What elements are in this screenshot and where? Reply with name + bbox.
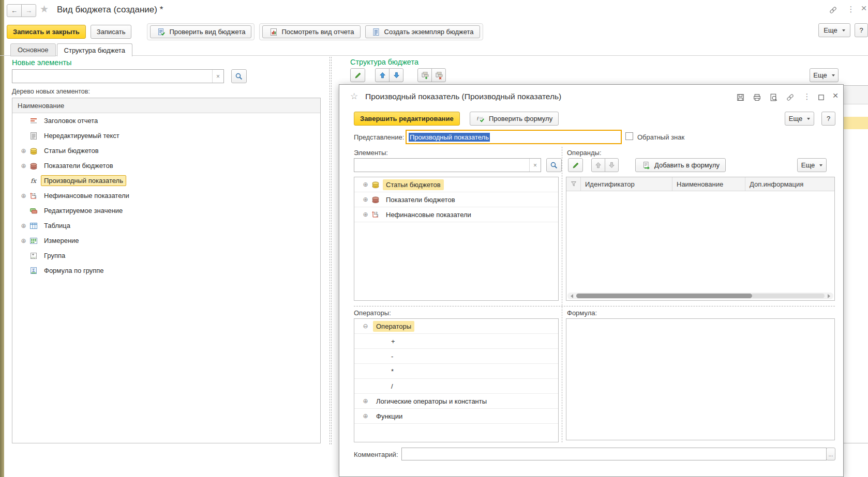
operand-up-button[interactable] (591, 158, 605, 172)
tree-row[interactable]: ⊕ Измерение (12, 233, 320, 248)
clear-search-icon[interactable]: × (212, 70, 223, 83)
pencil-icon (571, 161, 580, 170)
expand-icon[interactable]: ⊕ (361, 211, 370, 218)
elements-search-input[interactable] (354, 159, 541, 172)
tree-header[interactable]: Наименование (12, 98, 320, 113)
dialog-maximize-icon[interactable] (816, 92, 826, 102)
tree-row-selected[interactable]: ⊖ Операторы (354, 319, 558, 334)
tree-row-selected[interactable]: fx Производный показатель (12, 173, 320, 188)
add-to-formula-button[interactable]: Добавить в формулу (635, 158, 726, 172)
tree-row[interactable]: Редактируемое значение (12, 203, 320, 218)
tree-row[interactable]: ⊕ Таблица (12, 218, 320, 233)
expand-icon[interactable]: ⊕ (19, 148, 28, 154)
expand-icon[interactable]: ⊕ (19, 193, 28, 199)
favorite-star-icon[interactable]: ★ (40, 3, 49, 15)
get-link-icon[interactable] (828, 5, 838, 15)
tree-row-selected[interactable]: ⊕ Статьи бюджетов (354, 177, 558, 192)
expand-all-button[interactable] (417, 68, 432, 82)
command-bar: Записать и закрыть Записать Проверить ви… (7, 23, 483, 40)
expand-icon[interactable]: ⊕ (361, 196, 370, 203)
operands-edit-button[interactable] (568, 158, 583, 172)
dialog-menu-icon[interactable]: ⋮ (803, 91, 811, 102)
save-button[interactable]: Записать (91, 25, 132, 39)
new-elements-search-input[interactable] (12, 70, 223, 83)
tree-row[interactable]: / (354, 379, 558, 394)
tree-row[interactable]: Заголовок отчета (12, 113, 320, 128)
dialog-close-icon[interactable]: × (831, 90, 840, 101)
expand-icon[interactable]: ⊕ (19, 238, 28, 244)
scroll-left-icon[interactable] (571, 294, 573, 298)
expand-icon[interactable]: ⊕ (361, 413, 370, 419)
save-and-close-button[interactable]: Записать и закрыть (7, 25, 86, 39)
tree-row[interactable]: + (354, 334, 558, 349)
expand-icon[interactable]: ⊕ (361, 181, 370, 188)
tree-row[interactable]: ⊕ Функции (354, 409, 558, 424)
back-button[interactable]: ← (7, 4, 22, 17)
tree-row[interactable]: ⊕ Статьи бюджетов (12, 143, 320, 158)
move-down-button[interactable] (389, 68, 403, 82)
comment-input[interactable] (402, 448, 826, 460)
expand-icon[interactable]: ⊕ (19, 223, 28, 229)
check-formula-button[interactable]: f(x) Проверить формулу (470, 112, 559, 126)
print-icon[interactable] (752, 92, 762, 102)
arrow-up-disabled-icon (593, 161, 603, 170)
tree-row[interactable]: ⊕ 123 Нефинансовые показатели (354, 207, 558, 222)
tree-row[interactable]: Σ Формула по группе (12, 263, 320, 278)
more-button-structure[interactable]: Еще (810, 68, 839, 82)
scrollbar-track[interactable] (752, 294, 825, 298)
operands-more-button[interactable]: Еще (797, 158, 827, 172)
filter-column-header[interactable] (566, 177, 581, 191)
dialog-link-icon[interactable] (785, 92, 795, 102)
scrollbar-thumb[interactable] (576, 294, 752, 298)
window-close-icon[interactable]: × (859, 3, 868, 14)
tree-row[interactable]: ⊕ Показатели бюджетов (12, 158, 320, 173)
operands-hscrollbar[interactable] (567, 293, 833, 299)
dialog-help-button[interactable]: ? (821, 112, 835, 126)
column-header[interactable]: Доп.информация (745, 177, 834, 191)
tab-structure[interactable]: Структура бюджета (57, 43, 132, 56)
move-up-button[interactable] (375, 68, 390, 82)
structure-edit-button[interactable] (350, 68, 365, 82)
dialog-horizontal-splitter[interactable] (354, 306, 835, 306)
comment-more-button[interactable]: ... (826, 448, 835, 460)
formula-textarea[interactable] (566, 318, 835, 440)
collapse-icon[interactable]: ⊖ (361, 323, 370, 329)
more-button-top[interactable]: Еще (818, 23, 850, 37)
finish-editing-button[interactable]: Завершить редактирование (354, 112, 460, 126)
tree-row[interactable]: ⊕ Логические операторы и константы (354, 394, 558, 409)
dialog-more-button[interactable]: Еще (785, 112, 814, 126)
dialog-star-icon[interactable]: ☆ (350, 91, 358, 102)
dialog-vertical-splitter[interactable] (562, 147, 562, 442)
elements-search-button[interactable] (546, 158, 562, 172)
tree-row[interactable]: Группа (12, 248, 320, 263)
expand-icon[interactable]: ⊕ (361, 398, 370, 404)
new-elements-search-button[interactable] (231, 69, 247, 83)
tree-row[interactable]: Нередактируемый текст (12, 128, 320, 143)
save-icon[interactable] (735, 92, 745, 102)
forward-button[interactable]: → (21, 4, 36, 17)
tree-row[interactable]: ⊕ Показатели бюджетов (354, 192, 558, 207)
tree-row[interactable]: - (354, 349, 558, 364)
dropdown-arrow-icon (832, 74, 835, 76)
reverse-sign-checkbox[interactable] (625, 132, 633, 140)
operators-tree: ⊖ Операторы + - * / ⊕ Логические операто… (354, 318, 559, 442)
tab-main[interactable]: Основное (10, 43, 56, 56)
view-report-form-button[interactable]: Посмотреть вид отчета (262, 25, 360, 38)
expand-icon[interactable]: ⊕ (19, 163, 28, 169)
window-menu-icon[interactable]: ⋮ (847, 4, 855, 14)
panel-splitter[interactable] (330, 57, 332, 444)
column-header[interactable]: Наименование (672, 177, 745, 191)
help-button-top[interactable]: ? (855, 23, 868, 37)
column-header[interactable]: Идентификатор (581, 177, 672, 191)
operand-down-button[interactable] (605, 158, 619, 172)
reverse-sign-label[interactable]: Обратный знак (637, 133, 684, 141)
check-budget-view-button[interactable]: Проверить вид бюджета (150, 25, 251, 38)
clear-search-icon[interactable]: × (529, 159, 541, 172)
preview-icon[interactable] (768, 92, 779, 102)
scroll-right-icon[interactable] (828, 294, 830, 298)
collapse-all-button[interactable] (431, 68, 446, 82)
presentation-field[interactable]: Производный показатель (406, 130, 622, 144)
tree-row[interactable]: * (354, 364, 558, 379)
create-budget-instance-button[interactable]: Создать экземпляр бюджета (365, 25, 480, 38)
tree-row[interactable]: ⊕ 123 Нефинансовые показатели (12, 188, 320, 203)
